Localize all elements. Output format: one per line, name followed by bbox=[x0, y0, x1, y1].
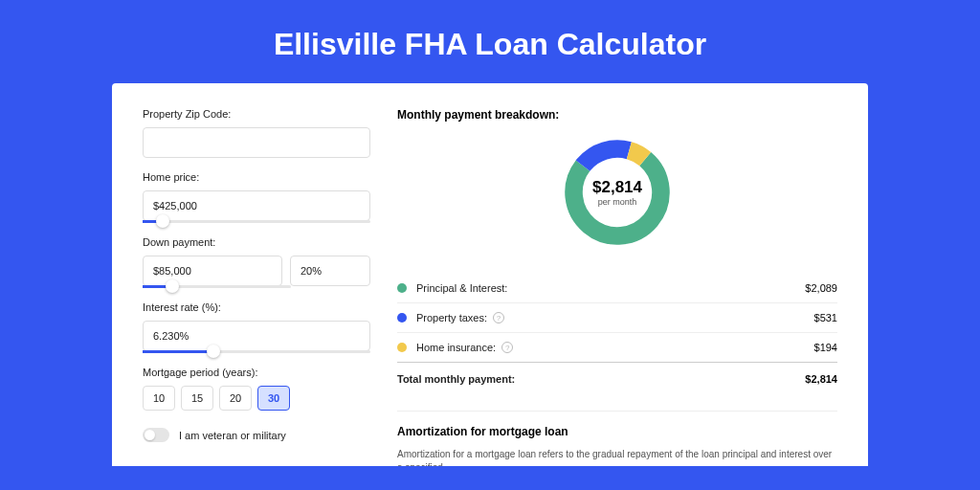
calculator-card: Property Zip Code: Home price: Down paym… bbox=[112, 83, 868, 466]
period-btn-10[interactable]: 10 bbox=[143, 386, 175, 411]
zip-label: Property Zip Code: bbox=[143, 108, 370, 120]
price-field: Home price: bbox=[143, 171, 370, 223]
row-value: $531 bbox=[814, 312, 837, 323]
rate-input[interactable] bbox=[143, 321, 370, 351]
period-btn-15[interactable]: 15 bbox=[181, 386, 213, 411]
amort-title: Amortization for mortgage loan bbox=[397, 425, 837, 438]
period-field: Mortgage period (years): 10152030 bbox=[143, 367, 370, 411]
legend-dot bbox=[397, 313, 407, 323]
zip-input[interactable] bbox=[143, 127, 370, 158]
row-value: $2,089 bbox=[805, 282, 837, 294]
form-panel: Property Zip Code: Home price: Down paym… bbox=[143, 108, 370, 466]
period-btn-30[interactable]: 30 bbox=[257, 386, 290, 411]
zip-field: Property Zip Code: bbox=[143, 108, 370, 158]
rate-field: Interest rate (%): bbox=[143, 301, 370, 353]
veteran-toggle[interactable] bbox=[143, 428, 169, 442]
veteran-row: I am veteran or military bbox=[143, 428, 370, 442]
row-label: Home insurance: bbox=[416, 342, 496, 353]
total-row: Total monthly payment: $2,814 bbox=[397, 362, 837, 393]
breakdown-row: Property taxes:?$531 bbox=[397, 302, 837, 332]
help-icon[interactable]: ? bbox=[501, 342, 513, 353]
donut-chart: $2,814 per month bbox=[397, 135, 837, 250]
period-btn-20[interactable]: 20 bbox=[219, 386, 252, 411]
amort-text: Amortization for a mortgage loan refers … bbox=[397, 448, 837, 466]
price-slider[interactable] bbox=[143, 220, 370, 223]
rate-label: Interest rate (%): bbox=[143, 301, 370, 313]
row-label: Principal & Interest: bbox=[416, 282, 507, 294]
down-slider[interactable] bbox=[143, 285, 291, 288]
total-value: $2,814 bbox=[805, 373, 837, 385]
breakdown-panel: Monthly payment breakdown: $2,814 per mo… bbox=[397, 108, 837, 466]
down-label: Down payment: bbox=[143, 236, 370, 248]
legend-dot bbox=[397, 283, 407, 293]
help-icon[interactable]: ? bbox=[493, 312, 504, 323]
down-pct-input[interactable] bbox=[290, 256, 370, 286]
page-title: Ellisville FHA Loan Calculator bbox=[0, 0, 980, 83]
down-field: Down payment: bbox=[143, 236, 370, 288]
price-input[interactable] bbox=[143, 190, 370, 221]
breakdown-row: Principal & Interest:$2,089 bbox=[397, 273, 837, 302]
row-label: Property taxes: bbox=[416, 312, 487, 323]
veteran-label: I am veteran or military bbox=[179, 430, 286, 441]
period-label: Mortgage period (years): bbox=[143, 367, 370, 378]
amortization-section: Amortization for mortgage loan Amortizat… bbox=[397, 411, 837, 466]
down-amount-input[interactable] bbox=[143, 256, 282, 286]
donut-amount: $2,814 bbox=[592, 178, 642, 197]
legend-dot bbox=[397, 343, 407, 352]
row-value: $194 bbox=[814, 342, 837, 353]
breakdown-row: Home insurance:?$194 bbox=[397, 332, 837, 362]
donut-sub: per month bbox=[598, 197, 637, 207]
total-label: Total monthly payment: bbox=[397, 373, 515, 385]
rate-slider[interactable] bbox=[143, 350, 370, 353]
price-label: Home price: bbox=[143, 171, 370, 183]
